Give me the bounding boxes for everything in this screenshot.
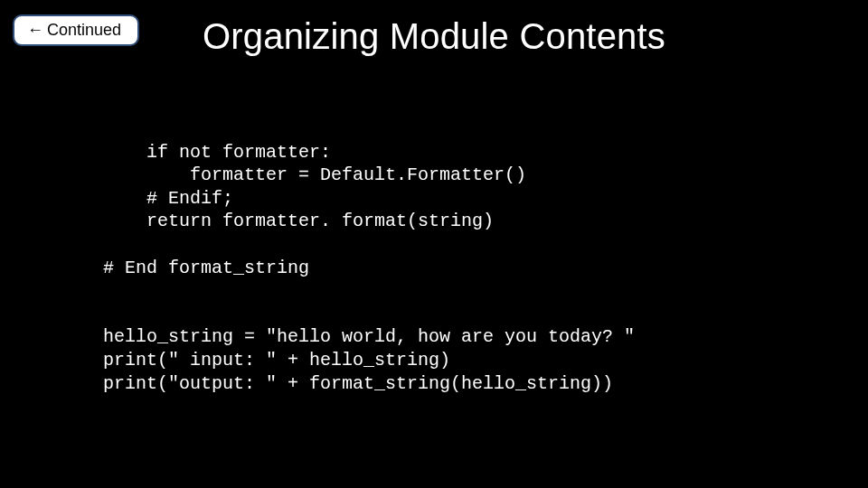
code-line: if not formatter:: [103, 142, 331, 163]
code-line: # Endif;: [103, 188, 233, 209]
slide-title: Organizing Module Contents: [0, 16, 868, 57]
code-line: hello_string = "hello world, how are you…: [103, 326, 635, 347]
code-block: if not formatter: formatter = Default.Fo…: [103, 117, 635, 395]
code-line: print("output: " + format_string(hello_s…: [103, 373, 613, 394]
code-line: return formatter. format(string): [103, 211, 494, 231]
code-line: # End format_string: [103, 258, 309, 278]
code-line: formatter = Default.Formatter(): [103, 164, 526, 185]
code-line: print(" input: " + hello_string): [103, 350, 450, 371]
